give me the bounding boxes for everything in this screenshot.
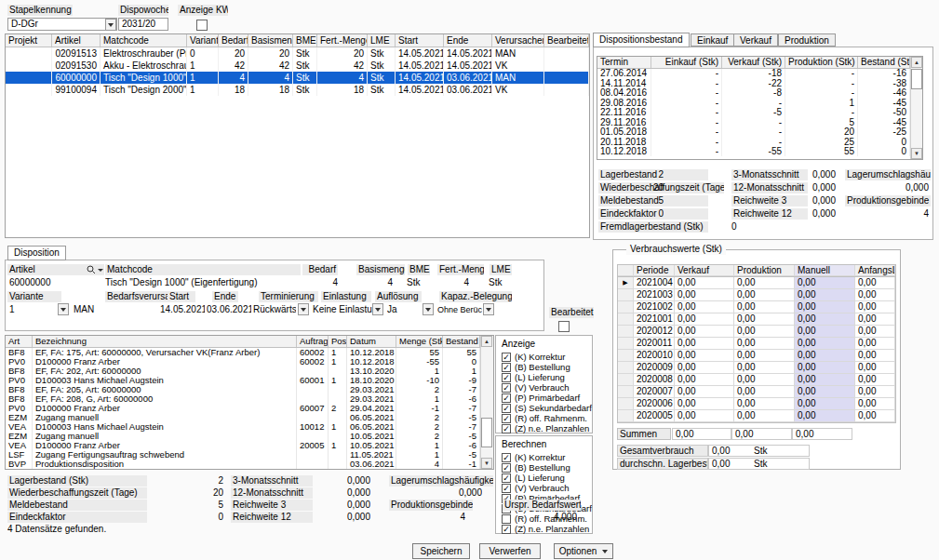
movement-row[interactable]: PV0 D100003 Hans Michael Augstein 60001 … — [6, 376, 493, 385]
verbrauch-row[interactable]: 2020012 0,00 0,00 0,00 0,00 — [618, 326, 895, 338]
einlastung-dropdown-icon[interactable] — [372, 303, 383, 315]
col-header-verursacher[interactable]: Verursacher — [492, 34, 544, 47]
scroll-up-icon[interactable]: ▲ — [481, 336, 492, 347]
verbrauch-row[interactable]: 2020006 0,00 0,00 0,00 0,00 — [618, 398, 895, 410]
movement-row[interactable]: VEA D100000 Franz Arber 20005 1 10.05.20… — [6, 441, 493, 450]
row-selector[interactable] — [618, 374, 634, 386]
col-header-fert-menge[interactable]: Fert.-Menge — [317, 34, 368, 47]
col-header-matchcode[interactable]: Matchcode — [101, 34, 187, 47]
dispo-table-row[interactable]: 29.11.2016 - - 5 -45 — [597, 118, 922, 128]
col-header-periode[interactable]: Periode — [634, 265, 675, 276]
row-selector[interactable] — [618, 338, 634, 350]
col-header-bezeichnung[interactable]: Bezeichnung — [33, 336, 297, 347]
col-header-ende[interactable]: Ende — [444, 34, 492, 47]
terminierung-value[interactable]: Rückwärts — [253, 304, 296, 315]
row-selector[interactable] — [618, 386, 634, 398]
stapelkennung-dropdown-icon[interactable] — [105, 19, 116, 31]
col-header-artikel[interactable]: Artikel — [52, 34, 101, 47]
start-value[interactable]: 14.05.2021 — [160, 304, 205, 315]
cell-verkauf[interactable]: 0,00 — [675, 289, 734, 301]
cell-manuell[interactable]: 0,00 — [795, 338, 855, 350]
col-header-variante[interactable]: Variante — [187, 34, 219, 47]
cell-anfangslb[interactable]: 0,00 — [855, 374, 895, 386]
checkbox[interactable] — [502, 373, 511, 382]
dispo-table-row[interactable]: 01.05.2018 - - 20 -25 — [597, 127, 922, 138]
einlastung-value[interactable]: Keine Einlastung — [313, 304, 372, 315]
cell-produktion[interactable]: 0,00 — [734, 386, 795, 398]
bearbeitet-checkbox[interactable] — [558, 321, 570, 332]
movement-row[interactable]: VEA D100003 Hans Michael Augstein 10012 … — [6, 422, 493, 432]
row-selector[interactable]: ▶ — [618, 277, 634, 289]
cell-anfangslb[interactable]: 0,00 — [855, 362, 895, 374]
stapelkennung-combo[interactable]: D-DGr — [7, 18, 117, 31]
scroll-up-icon[interactable]: ▲ — [911, 57, 922, 68]
anzeige-checkbox-item[interactable]: (K) Korrektur — [502, 352, 592, 362]
movement-row[interactable]: BF8 EF, FA: 205, Art: 60000000 29.03.202… — [6, 385, 493, 394]
checkbox[interactable] — [502, 525, 511, 534]
movement-row[interactable]: BF8 EF, FA: 175, Art: 60000000, Verursac… — [6, 348, 493, 357]
scrollbar-thumb[interactable] — [911, 69, 922, 89]
checkbox[interactable] — [502, 453, 511, 462]
col-header-bedarf[interactable]: Bedarf — [219, 34, 248, 47]
anzeige-checkbox-item[interactable]: (B) Bestellung — [502, 362, 592, 372]
anzeige-kw-checkbox[interactable] — [196, 20, 208, 31]
cell-manuell[interactable]: 0,00 — [795, 301, 855, 313]
checkbox[interactable] — [502, 353, 511, 362]
checkbox[interactable] — [502, 383, 511, 393]
cell-produktion[interactable]: 0,00 — [734, 410, 795, 422]
verbrauch-row[interactable]: 2020007 0,00 0,00 0,00 0,00 — [618, 386, 895, 398]
checkbox[interactable] — [502, 404, 511, 413]
verbrauch-row[interactable]: 2021002 0,00 0,00 0,00 0,00 — [618, 301, 895, 313]
anzeige-checkbox-item[interactable]: (V) Verbrauch — [502, 382, 592, 393]
cell-manuell[interactable]: 0,00 — [795, 326, 855, 338]
aufloesung-value[interactable]: Ja — [387, 304, 423, 315]
row-selector[interactable] — [618, 313, 634, 326]
checkbox[interactable] — [502, 514, 511, 524]
checkbox[interactable] — [502, 484, 511, 493]
scrollbar-thumb[interactable] — [481, 418, 492, 447]
checkbox[interactable] — [502, 363, 511, 372]
col-header-lme[interactable]: LME — [368, 34, 396, 47]
col-header-bearbeitet[interactable]: Bearbeitet — [544, 34, 589, 47]
cell-manuell[interactable]: 0,00 — [795, 410, 855, 422]
col-header-verkauf-stk[interactable]: Verkauf (Stk) — [722, 57, 785, 68]
cell-anfangslb[interactable]: 0,00 — [855, 386, 895, 398]
col-header-pos[interactable]: Pos — [329, 336, 347, 347]
berechnen-checkbox-item[interactable]: (V) Verbrauch — [502, 483, 592, 493]
dispowoche-input[interactable]: 2031/20 — [118, 18, 168, 31]
kapaz-dropdown-icon[interactable] — [483, 303, 494, 315]
cell-anfangslb[interactable]: 0,00 — [855, 289, 895, 301]
grid-row[interactable]: 02091530 Akku - Elektroschrauber (Pr 1 4… — [6, 60, 589, 72]
movement-row[interactable]: LSF Zugang Fertigungsauftrag schwebend 1… — [6, 450, 493, 460]
cell-produktion[interactable]: 0,00 — [734, 338, 795, 350]
cell-manuell[interactable]: 0,00 — [795, 362, 855, 374]
grid-row[interactable]: 99100094 Tisch "Design 2000" (Eigenf 1 1… — [6, 84, 589, 96]
movement-row[interactable]: PV0 D100000 Franz Arber 60007 2 29.04.20… — [6, 404, 493, 413]
row-selector[interactable] — [618, 289, 634, 301]
col-header-start[interactable]: Start — [396, 34, 444, 47]
verbrauch-row[interactable]: 2021001 0,00 0,00 0,00 0,00 — [618, 313, 895, 326]
col-header-anfangslb[interactable]: AnfangsLB — [855, 265, 895, 276]
cell-manuell[interactable]: 0,00 — [795, 277, 855, 289]
dispo-table-row[interactable]: 29.08.2016 - - 1 -45 — [597, 99, 922, 109]
cell-anfangslb[interactable]: 0,00 — [855, 301, 895, 313]
verbrauch-row[interactable]: 2020009 0,00 0,00 0,00 0,00 — [618, 362, 895, 374]
tab-verkauf[interactable]: Verkauf — [733, 33, 778, 47]
checkbox[interactable] — [502, 463, 511, 473]
berechnen-checkbox-item[interactable]: (Z) n.e. Planzahlen — [502, 524, 592, 534]
movement-row[interactable]: BF8 EF, FA: 202, Art: 60000000 13.10.202… — [6, 367, 493, 376]
cell-produktion[interactable]: 0,00 — [734, 374, 795, 386]
cell-verkauf[interactable]: 0,00 — [675, 410, 734, 422]
movement-row[interactable]: BF8 EF, FA: 208, G, Art: 60000000 29.03.… — [6, 394, 493, 404]
verbrauch-row[interactable]: 2021003 0,00 0,00 0,00 0,00 — [618, 289, 895, 301]
variante-value[interactable]: 1 — [9, 304, 56, 315]
row-selector[interactable] — [618, 410, 634, 422]
row-selector[interactable] — [618, 326, 634, 338]
tab-einkauf[interactable]: Einkauf — [691, 33, 734, 47]
berechnen-checkbox-item[interactable]: (B) Bestellung — [502, 462, 592, 473]
cell-produktion[interactable]: 0,00 — [734, 277, 795, 289]
cell-anfangslb[interactable]: 0,00 — [855, 410, 895, 422]
cell-anfangslb[interactable]: 0,00 — [855, 326, 895, 338]
cell-verkauf[interactable]: 0,00 — [675, 326, 734, 338]
movement-row[interactable]: PV0 D100000 Franz Arber 60002 1 10.12.20… — [6, 357, 493, 367]
